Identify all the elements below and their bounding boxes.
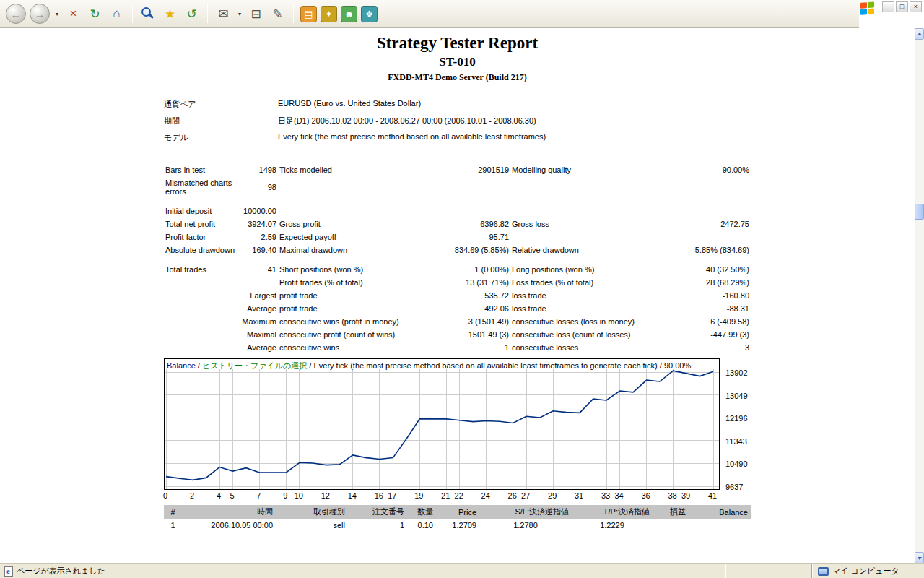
stat-value: 98 bbox=[236, 176, 278, 198]
stat-label: Mismatched charts errors bbox=[164, 176, 236, 198]
stat-value: 169.40 bbox=[236, 243, 278, 256]
window-controls: –□× bbox=[882, 1, 922, 12]
stat-value: 28 (68.29%) bbox=[676, 276, 751, 289]
edit-button[interactable]: ✎ bbox=[269, 4, 287, 24]
stat-label bbox=[510, 176, 676, 198]
meta-value: 日足(D1) 2006.10.02 00:00 - 2008.06.27 00:… bbox=[278, 113, 546, 129]
stat-label bbox=[164, 328, 236, 341]
stats-spacer bbox=[164, 256, 751, 263]
mail-icon: ✉ bbox=[214, 4, 232, 24]
close-button[interactable]: × bbox=[910, 1, 922, 12]
forward-button[interactable]: → bbox=[30, 4, 50, 24]
stat-value: 535.72 bbox=[451, 289, 510, 302]
stat-label bbox=[164, 302, 236, 315]
chart-x-axis: 0245791012141617192122242627293133343638… bbox=[164, 491, 720, 501]
x-tick-label: 26 bbox=[508, 491, 517, 500]
stat-value: 6 (-409.58) bbox=[676, 315, 751, 328]
chart-caption-part: / Every tick (the most precise method ba… bbox=[307, 361, 691, 370]
history-button[interactable]: ↺ bbox=[183, 4, 201, 24]
report-server: FXDD-MT4 Demo Server (Build 217) bbox=[164, 72, 751, 83]
mail-dropdown[interactable]: ▾ bbox=[236, 4, 243, 24]
stat-value: 10000.00 bbox=[236, 204, 278, 217]
stat-value bbox=[676, 176, 751, 198]
trade-header-cell: 損益 bbox=[653, 505, 689, 519]
stop-button[interactable]: × bbox=[64, 4, 82, 24]
meta-row: 通貨ペアEURUSD (Euro vs. United States Dolla… bbox=[164, 96, 546, 113]
stats-row bbox=[164, 256, 751, 263]
stat-value: 40 (32.50%) bbox=[676, 263, 751, 276]
stat-value: 1 (0.00%) bbox=[451, 263, 510, 276]
stat-label: consecutive losses (loss in money) bbox=[510, 315, 676, 328]
x-tick-label: 27 bbox=[521, 491, 530, 500]
stat-value bbox=[676, 204, 751, 217]
print-button[interactable]: ⊟ bbox=[247, 4, 265, 24]
balance-chart: Balance / ヒストリー・ファイルの選択 / Every tick (th… bbox=[164, 358, 751, 501]
app-gold-button[interactable]: ✦ bbox=[321, 6, 337, 22]
scroll-thumb[interactable] bbox=[915, 204, 924, 220]
page-status-icon bbox=[4, 566, 13, 577]
trade-cell: 1 bbox=[164, 519, 182, 531]
toolbar-separator bbox=[132, 4, 133, 23]
stat-value: 834.69 (5.85%) bbox=[451, 243, 510, 256]
vertical-scrollbar[interactable] bbox=[915, 28, 924, 564]
forward-icon: → bbox=[30, 4, 50, 24]
stat-label: Absolute drawdown bbox=[164, 243, 236, 256]
y-tick-label: 10490 bbox=[725, 460, 748, 468]
scroll-up-button[interactable] bbox=[915, 28, 924, 40]
trade-header-cell: Price bbox=[436, 505, 479, 519]
messenger-button[interactable]: ☻ bbox=[341, 6, 357, 22]
stat-value: 6396.82 bbox=[451, 217, 510, 230]
scroll-down-button[interactable] bbox=[915, 552, 924, 564]
stat-label: Total net profit bbox=[164, 217, 236, 230]
windows-logo-icon bbox=[860, 1, 876, 16]
stat-label: Total trades bbox=[164, 263, 236, 276]
status-middle-pane bbox=[725, 564, 812, 578]
app-orange-button[interactable]: ▤ bbox=[300, 6, 317, 22]
x-tick-label: 12 bbox=[321, 491, 330, 500]
trade-cell: sell bbox=[276, 519, 348, 531]
search-icon bbox=[139, 4, 157, 24]
home-button[interactable]: ⌂ bbox=[108, 4, 126, 24]
chart-y-axis: 13902130491219611343104909637 bbox=[164, 359, 751, 491]
trade-header-cell: 注文番号 bbox=[348, 505, 407, 519]
stat-value: 95.71 bbox=[451, 230, 510, 243]
app-teal-button[interactable]: ❖ bbox=[361, 6, 378, 22]
maximize-button[interactable]: □ bbox=[896, 1, 908, 12]
stat-label: Profit trades (% of total) bbox=[278, 276, 451, 289]
x-tick-label: 5 bbox=[230, 491, 234, 500]
minimize-button[interactable]: – bbox=[882, 1, 894, 12]
x-tick-label: 7 bbox=[256, 491, 261, 500]
chart-caption-part: Balance bbox=[167, 361, 196, 370]
stat-label: consecutive profit (count of wins) bbox=[278, 328, 451, 341]
favorites-button[interactable]: ★ bbox=[161, 4, 179, 24]
refresh-button[interactable]: ↻ bbox=[86, 4, 104, 24]
stat-value: -447.99 (3) bbox=[676, 328, 751, 341]
stat-label: Maximal drawdown bbox=[278, 243, 451, 256]
chart-caption-part: / bbox=[196, 361, 202, 370]
mail-button[interactable]: ✉ bbox=[214, 4, 232, 24]
stat-label bbox=[164, 289, 236, 302]
forward-dropdown[interactable]: ▾ bbox=[53, 4, 61, 24]
x-tick-label: 29 bbox=[548, 491, 557, 500]
history-icon: ↺ bbox=[183, 4, 201, 24]
back-button[interactable]: ← bbox=[6, 4, 26, 24]
y-tick-label: 13049 bbox=[725, 392, 748, 400]
stat-label bbox=[278, 176, 451, 198]
stats-row bbox=[164, 198, 751, 204]
x-tick-label: 24 bbox=[481, 491, 490, 500]
x-tick-label: 22 bbox=[455, 491, 463, 500]
trade-cell: 2006.10.05 00:00 bbox=[182, 519, 276, 531]
stats-row: Maximumconsecutive wins (profit in money… bbox=[164, 315, 751, 328]
stat-label: profit trade bbox=[278, 302, 451, 315]
stat-value bbox=[451, 176, 510, 198]
strategy-tester-report: Strategy Tester Report ST-010 FXDD-MT4 D… bbox=[164, 34, 751, 531]
stat-label: Expected payoff bbox=[278, 230, 451, 243]
back-icon: ← bbox=[6, 4, 26, 24]
stat-label bbox=[164, 315, 236, 328]
search-button[interactable] bbox=[139, 4, 157, 24]
stat-value bbox=[236, 276, 278, 289]
stat-label bbox=[164, 276, 236, 289]
stats-row: Total trades41Short positions (won %)1 (… bbox=[164, 263, 751, 276]
stats-row: Bars in test1498Ticks modelled2901519Mod… bbox=[164, 163, 751, 176]
stat-label: Modelling quality bbox=[510, 163, 676, 176]
